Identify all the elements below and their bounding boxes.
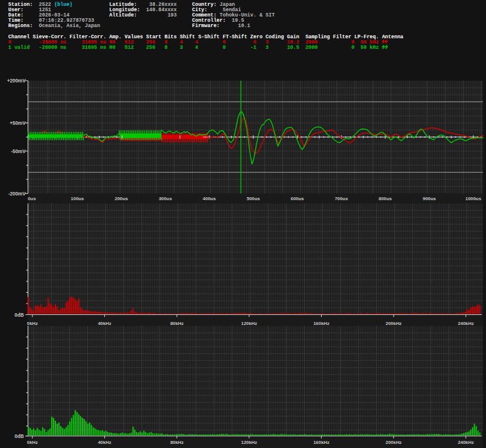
svg-text:31695 ns: 31695 ns — [82, 45, 107, 51]
svg-text:4: 4 — [195, 45, 198, 51]
svg-text:40kHz: 40kHz — [98, 440, 111, 445]
svg-text:800us: 800us — [379, 196, 392, 201]
svg-text:120kHz: 120kHz — [241, 321, 257, 326]
svg-text:Altitude:: Altitude: — [110, 12, 137, 18]
svg-text:0: 0 — [223, 45, 226, 51]
svg-text:H0: H0 — [110, 45, 115, 51]
svg-text:-1: -1 — [250, 45, 256, 51]
svg-text:193: 193 — [167, 12, 177, 18]
svg-text:Tohoku-Univ. & SIT: Tohoku-Univ. & SIT — [220, 12, 275, 18]
svg-text:Oceania, Asia, Japan: Oceania, Asia, Japan — [39, 23, 100, 29]
svg-text:120kHz: 120kHz — [241, 440, 257, 445]
svg-text:+200mV: +200mV — [7, 78, 26, 84]
svg-text:0us: 0us — [28, 196, 36, 201]
svg-text:0kHz: 0kHz — [27, 440, 38, 445]
svg-text:-26000 ns: -26000 ns — [39, 45, 67, 51]
svg-text:Regions:: Regions: — [8, 23, 33, 29]
svg-text:100us: 100us — [71, 196, 84, 201]
svg-text:50 kHz: 50 kHz — [361, 45, 379, 51]
svg-text:-50mV: -50mV — [11, 148, 26, 154]
svg-text:0dB: 0dB — [15, 312, 24, 318]
svg-text:900us: 900us — [423, 196, 437, 201]
svg-text:Firmware:: Firmware: — [192, 23, 220, 29]
svg-text:240kHz: 240kHz — [458, 440, 474, 445]
svg-text:1000us: 1000us — [465, 196, 481, 201]
svg-text:300us: 300us — [158, 196, 172, 201]
svg-text:700us: 700us — [335, 196, 348, 201]
svg-text:400us: 400us — [203, 196, 216, 201]
svg-text:0: 0 — [351, 45, 354, 51]
svg-text:(blue): (blue) — [54, 2, 72, 8]
svg-text:0dB: 0dB — [15, 433, 24, 439]
svg-text:8: 8 — [164, 45, 167, 51]
svg-text:10.1: 10.1 — [238, 23, 250, 29]
svg-text:+50mV: +50mV — [10, 120, 26, 126]
svg-text:500us: 500us — [247, 196, 260, 201]
svg-text:240kHz: 240kHz — [458, 321, 474, 326]
svg-text:80kHz: 80kHz — [170, 321, 184, 326]
svg-text:0kHz: 0kHz — [27, 321, 38, 326]
svg-text:40kHz: 40kHz — [98, 321, 111, 326]
svg-text:-200mV: -200mV — [8, 191, 26, 197]
svg-text:3: 3 — [266, 45, 269, 51]
svg-text:80kHz: 80kHz — [170, 440, 184, 445]
svg-text:3: 3 — [180, 45, 183, 51]
svg-text:160kHz: 160kHz — [313, 440, 329, 445]
svg-text:200kHz: 200kHz — [386, 440, 402, 445]
svg-text:200kHz: 200kHz — [386, 321, 402, 326]
svg-text:2000: 2000 — [305, 45, 318, 51]
svg-text:200us: 200us — [115, 196, 128, 201]
svg-text:256: 256 — [146, 45, 156, 51]
svg-text:Channel Sieve-Corr. Filter-Cor: Channel Sieve-Corr. Filter-Corr. Amp. Va… — [8, 34, 404, 40]
svg-text:160kHz: 160kHz — [313, 321, 329, 326]
svg-text:600us: 600us — [291, 196, 305, 201]
svg-text:1 valid: 1 valid — [8, 45, 29, 51]
svg-text:512: 512 — [125, 45, 134, 51]
svg-text:10.5: 10.5 — [287, 45, 299, 51]
